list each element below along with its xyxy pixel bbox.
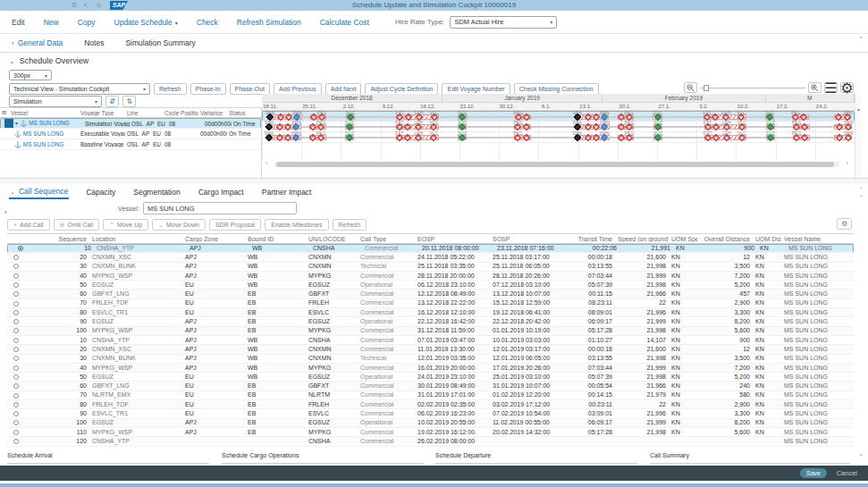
table-row[interactable]: 30CNXMN_BUNKAPJWBCNXMNTechnical25.11.201… bbox=[7, 263, 854, 272]
schedule-overview-header[interactable]: ⌄Schedule Overview bbox=[9, 56, 88, 65]
adjust-cycle-definition-button[interactable]: Adjust Cycle Definition bbox=[365, 83, 438, 95]
sdr-proposal-button[interactable]: SDR Proposal bbox=[209, 219, 261, 231]
table-row[interactable]: 60GBFXT_LNGEUEBGBFXTCommercial12.12.2018… bbox=[7, 290, 854, 298]
table-row[interactable]: 60GBFXT_LNGEUEBGBFXTCommercial30.01.2019… bbox=[7, 382, 854, 390]
table-row[interactable]: 20CNXMN_XSCAPJWBCNXMNCommercial11.01.201… bbox=[7, 345, 854, 354]
row-radio-button[interactable] bbox=[13, 383, 19, 389]
row-radio-button[interactable] bbox=[13, 273, 19, 279]
row-radio-button[interactable] bbox=[13, 356, 19, 361]
row-radio-button[interactable] bbox=[13, 393, 19, 399]
row-radio-button[interactable] bbox=[18, 246, 23, 251]
vessel-row-2[interactable]: ⚓MS SUN LONGBaseline VoyageOSL_AP_EU_080… bbox=[0, 139, 261, 150]
tab-general-data[interactable]: ›General Data bbox=[12, 38, 63, 47]
table-row[interactable]: 100MYPKG_WSPAPJEBMYPKGCommercial31.12.20… bbox=[7, 327, 854, 336]
table-row[interactable]: 90EGSUZAPJEBEGSUZOperational22.12.2018 1… bbox=[7, 317, 854, 326]
scrollbar-thumb[interactable] bbox=[276, 162, 834, 167]
row-radio-button[interactable] bbox=[13, 411, 19, 416]
tab-call-sequence[interactable]: ⌄Call Sequence bbox=[9, 185, 69, 199]
row-radio-button[interactable] bbox=[13, 328, 19, 333]
scroll-right-icon[interactable]: › bbox=[847, 160, 848, 166]
add-call-button[interactable]: +Add Call bbox=[7, 219, 50, 231]
omit-call-button[interactable]: ⊖Omit Call bbox=[54, 219, 100, 231]
toolbar-action-calculate-cost[interactable]: Calculate Cost bbox=[320, 18, 369, 27]
table-row[interactable]: 40MYPKG_WSPAPJWBMYPKGCommercial28.11.201… bbox=[7, 272, 854, 281]
table-row[interactable]: 80ESVLC_TR1EUEBESVLCCommercial16.12.2018… bbox=[7, 308, 854, 317]
table-row[interactable]: 10CNSHA_YTPAPJWBCNSHACommercial07.01.201… bbox=[7, 336, 854, 345]
phase-out-button[interactable]: Phase-Out bbox=[230, 83, 270, 95]
add-next-button[interactable]: Add Next bbox=[325, 83, 362, 95]
row-radio-button[interactable] bbox=[13, 430, 19, 435]
gantt-horizontal-scrollbar[interactable]: ‹ › bbox=[265, 160, 848, 168]
gantt-row-2[interactable]: SHAXMNPKGSUZFXTLEHVLCSUZPKGSHAXMNPKGSUZF… bbox=[262, 132, 855, 143]
tab-notes[interactable]: Notes bbox=[84, 38, 104, 47]
row-radio-button[interactable] bbox=[13, 264, 19, 269]
gantt-settings-button[interactable]: ⚙ bbox=[840, 82, 854, 93]
zoom-in-button[interactable] bbox=[808, 82, 822, 93]
row-radio-button[interactable] bbox=[13, 291, 19, 297]
legend-button[interactable]: ☰ bbox=[824, 82, 838, 93]
row-radio-button[interactable] bbox=[13, 319, 19, 324]
toolbar-action-check[interactable]: Check bbox=[197, 18, 218, 27]
vessel-name-link[interactable]: MS SUN LONG bbox=[23, 130, 64, 137]
table-row[interactable]: 30CNXMN_BUNKAPJWBCNXMNTechnical12.01.201… bbox=[7, 355, 854, 364]
table-row[interactable]: 80FRLEH_TOFEUEBFRLEHCommercial02.02.2019… bbox=[7, 400, 854, 409]
refresh-button[interactable]: Refresh bbox=[333, 219, 367, 231]
table-row[interactable]: 90ESVLC_TR1EUEBESVLCCommercial06.02.2019… bbox=[7, 409, 854, 418]
toolbar-action-refresh-simulation[interactable]: Refresh Simulation bbox=[237, 18, 301, 27]
tab-cargo-impact[interactable]: Cargo Impact bbox=[198, 186, 245, 198]
row-radio-button[interactable] bbox=[13, 420, 19, 425]
add-previous-button[interactable]: Add Previous bbox=[274, 83, 322, 95]
simulation-select[interactable]: Simulation ▾ bbox=[9, 96, 102, 107]
row-radio-button[interactable] bbox=[13, 374, 19, 380]
table-row[interactable]: 40MYPKG_WSPAPJWBMYPKGCommercial16.01.201… bbox=[7, 364, 854, 373]
zoom-out-button[interactable] bbox=[684, 82, 697, 93]
tab-simulation-summary[interactable]: Simulation Summary bbox=[125, 38, 195, 47]
zoom-slider-thumb[interactable] bbox=[704, 85, 709, 91]
row-height-select[interactable]: 300px ▾ bbox=[9, 70, 52, 80]
toolbar-action-edit[interactable]: Edit bbox=[12, 18, 25, 27]
table-settings-button[interactable]: ⚙ bbox=[837, 218, 852, 230]
toolbar-action-copy[interactable]: Copy bbox=[78, 18, 96, 27]
collapse-icon[interactable]: ⌃ bbox=[858, 36, 864, 43]
toolbar-action-new[interactable]: New bbox=[44, 18, 59, 27]
row-radio-button[interactable] bbox=[13, 347, 19, 352]
vessel-input[interactable] bbox=[143, 202, 297, 214]
vessel-name-link[interactable]: MS SUN LONG bbox=[23, 141, 64, 147]
table-row[interactable]: 70FRLEH_TOFEUEBFRLEHCommercial13.12.2018… bbox=[7, 299, 854, 308]
table-row[interactable]: 10CNSHA_YTPAPJWBCNSHACommercial20.11.201… bbox=[7, 244, 854, 253]
toolbar-action-update-schedule[interactable]: Update Schedule▾ bbox=[114, 18, 178, 27]
table-row[interactable]: 120CNSHA_YTPCNSHACommercial26.02.2019 08… bbox=[7, 437, 854, 446]
row-radio-button[interactable] bbox=[13, 255, 19, 260]
table-row[interactable]: 70NLRTM_EMXEUEBNLRTMCommercial31.01.2019… bbox=[7, 391, 854, 400]
row-radio-button[interactable] bbox=[13, 402, 19, 407]
sort-descending-icon[interactable]: ⇵ bbox=[105, 96, 119, 107]
row-radio-button[interactable] bbox=[13, 301, 19, 306]
cancel-button[interactable]: Cancel bbox=[837, 468, 857, 478]
tab-partner-impact[interactable]: Partner Impact bbox=[261, 186, 313, 198]
row-radio-button[interactable] bbox=[13, 439, 19, 444]
edit-voyage-number-button[interactable]: Edit Voyage Number bbox=[442, 83, 510, 95]
row-radio-button[interactable] bbox=[13, 365, 19, 371]
move-down-button[interactable]: ⌄Move Down bbox=[152, 219, 206, 231]
table-row[interactable]: 100EGSUZAPJEBEGSUZOperational10.02.2019 … bbox=[7, 419, 854, 428]
table-row[interactable]: 50EGSUZEUWBEGSUZOperational06.12.2018 23… bbox=[7, 281, 854, 290]
vessel-row-0[interactable]: ▾⚓MS SUN LONGSimulation VoyageOSL_AP_EU_… bbox=[0, 118, 261, 129]
chevron-down-icon[interactable]: ⌄ bbox=[858, 450, 864, 458]
scroll-left-icon[interactable]: ‹ bbox=[265, 160, 267, 166]
sort-ascending-icon[interactable]: ⇅ bbox=[122, 96, 136, 107]
vessel-name-link[interactable]: MS SUN LONG bbox=[29, 120, 70, 126]
check-missing-connection-button[interactable]: Check Missing Connection bbox=[514, 83, 599, 95]
expand-arrow-icon[interactable]: ▾ bbox=[15, 121, 18, 126]
tab-capacity[interactable]: Capacity bbox=[85, 186, 116, 198]
refresh-button[interactable]: Refresh bbox=[154, 83, 187, 95]
phase-in-button[interactable]: Phase-In bbox=[190, 83, 226, 95]
table-row[interactable]: 110MYPKG_WSPAPJEBMYPKGCommercial19.02.20… bbox=[7, 428, 854, 437]
table-row[interactable]: 50EGSUZEUWBEGSUZOperational24.01.2019 23… bbox=[7, 373, 854, 382]
row-radio-button[interactable] bbox=[13, 282, 19, 288]
hire-rate-select[interactable]: SDM Actual Hire ▾ bbox=[450, 16, 557, 29]
chevron-down-icon[interactable]: ⌄ bbox=[859, 192, 864, 197]
scroll-up-icon[interactable]: ▲ bbox=[856, 106, 861, 112]
tab-segmentation[interactable]: Segmentation bbox=[132, 186, 181, 198]
zoom-slider[interactable] bbox=[700, 82, 805, 93]
save-button[interactable]: Save bbox=[800, 468, 827, 478]
